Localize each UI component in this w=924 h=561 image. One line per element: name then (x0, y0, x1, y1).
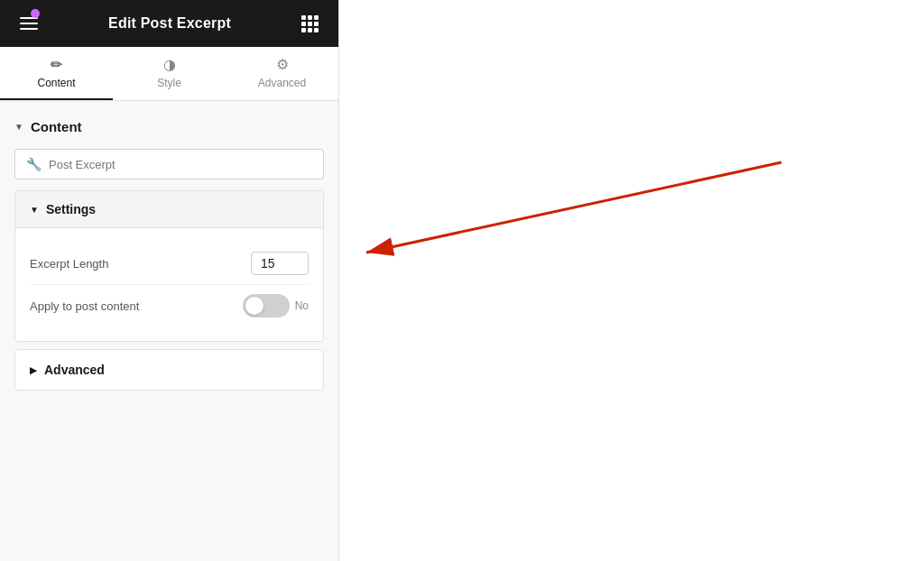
panel-title: Edit Post Excerpt (108, 15, 231, 32)
settings-heading-label: Settings (46, 202, 96, 216)
excerpt-length-label: Excerpt Length (30, 257, 108, 271)
logo-dot (31, 9, 40, 18)
apply-toggle[interactable] (243, 294, 290, 317)
tab-advanced[interactable]: ⚙ Advanced (226, 47, 338, 100)
post-excerpt-input[interactable] (49, 158, 312, 171)
tab-content[interactable]: ✏ Content (0, 47, 113, 100)
section-arrow-icon: ▼ (14, 122, 23, 132)
content-section-heading: ▼ Content (14, 119, 324, 134)
wrench-icon: 🔧 (26, 157, 42, 171)
settings-card: ▼ Settings Excerpt Length Apply to post … (14, 190, 324, 342)
toggle-no-label: No (295, 299, 309, 312)
apply-to-post-content-row: Apply to post content No (30, 285, 309, 326)
gear-icon: ⚙ (276, 58, 289, 72)
annotation-arrow (339, 0, 924, 561)
pencil-icon: ✏ (51, 58, 62, 72)
style-icon: ◑ (163, 58, 176, 72)
tab-style[interactable]: ◑ Style (113, 47, 226, 100)
main-content-area (339, 0, 924, 561)
grid-button[interactable] (298, 12, 322, 36)
excerpt-length-row: Excerpt Length (30, 243, 309, 285)
advanced-card: ▶ Advanced (14, 349, 324, 391)
sidebar-panel: Edit Post Excerpt ✏ Content ◑ Style ⚙ Ad… (0, 0, 339, 561)
advanced-arrow-icon: ▶ (30, 365, 37, 375)
apply-to-post-content-label: Apply to post content (30, 299, 139, 313)
settings-card-body: Excerpt Length Apply to post content No (15, 228, 323, 341)
advanced-label: Advanced (44, 363, 105, 377)
excerpt-length-input[interactable] (251, 252, 309, 275)
panel-body: ▼ Content 🔧 ▼ Settings Excerpt Length (0, 101, 338, 561)
panel-header: Edit Post Excerpt (0, 0, 338, 47)
settings-card-header[interactable]: ▼ Settings (15, 191, 323, 228)
settings-arrow-icon: ▼ (30, 205, 39, 215)
advanced-header[interactable]: ▶ Advanced (15, 350, 323, 390)
tab-style-label: Style (157, 77, 181, 89)
tab-bar: ✏ Content ◑ Style ⚙ Advanced (0, 47, 338, 101)
svg-line-1 (366, 162, 781, 253)
tab-advanced-label: Advanced (258, 77, 306, 89)
post-excerpt-field[interactable]: 🔧 (14, 149, 324, 179)
apply-toggle-container: No (243, 294, 309, 317)
tab-content-label: Content (37, 77, 75, 89)
section-heading-label: Content (31, 119, 82, 134)
